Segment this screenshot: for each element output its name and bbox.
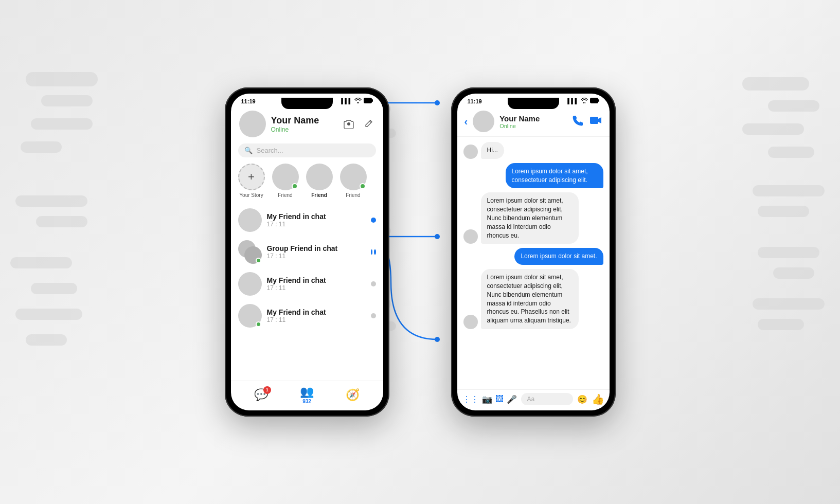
chat-time-1: 17 : 11 <box>267 221 366 228</box>
svg-rect-0 <box>364 98 371 103</box>
chat-time-3: 17 : 11 <box>267 284 366 292</box>
nav-people[interactable]: 👥 932 <box>300 385 314 404</box>
bubble-2: Lorem ipsum dolor sit amet, consectetuer… <box>506 163 603 189</box>
camera-icon-btn[interactable] <box>342 117 355 131</box>
nav-chat[interactable]: 💬 1 <box>254 388 268 402</box>
grid-icon[interactable]: ⋮⋮ <box>462 394 479 404</box>
friend2-avatar <box>306 164 333 190</box>
search-icon: 🔍 <box>244 147 253 154</box>
chat-item-2[interactable]: Group Friend in chat 17 : 11 <box>231 236 383 268</box>
wifi-icon <box>354 98 362 104</box>
bottom-nav: 💬 1 👥 932 🧭 <box>231 381 383 410</box>
friend1-label: Friend <box>278 192 292 198</box>
double-dot-2 <box>374 249 376 255</box>
story-item-friend1[interactable]: Friend <box>272 164 299 198</box>
msg-avatar-3 <box>463 229 478 244</box>
svg-rect-3 <box>598 99 599 102</box>
compose-icon-btn[interactable] <box>362 117 375 131</box>
emoji-icon[interactable]: 😊 <box>577 394 587 404</box>
svg-rect-2 <box>590 98 598 103</box>
chat-avatar-group-2 <box>238 240 262 264</box>
input-icons: ⋮⋮ 📷 🖼 🎤 <box>462 394 517 404</box>
chat-badge: 1 <box>263 386 271 394</box>
status-icons-left: ▌▌▌ <box>341 98 372 104</box>
story-item-add[interactable]: + Your Story <box>238 164 265 198</box>
right-phone-header: ‹ Your Name Online <box>457 106 610 137</box>
phones-container: 11:19 ▌▌▌ Your Name Online <box>225 87 616 417</box>
bubble-1: Hi... <box>481 142 504 159</box>
friend3-label: Friend <box>346 192 360 198</box>
friend3-avatar <box>340 164 367 190</box>
contact-name-right: Your Name <box>499 114 567 123</box>
group-online-dot <box>256 258 261 263</box>
chat-indicator-1 <box>371 218 376 223</box>
add-plus-icon: + <box>248 170 255 184</box>
signal-icon: ▌▌▌ <box>341 98 352 104</box>
your-story-label: Your Story <box>239 192 263 198</box>
chat-indicator-3 <box>371 281 376 286</box>
search-bar[interactable]: 🔍 Search... <box>238 143 376 157</box>
online-indicator-friend3 <box>360 183 366 189</box>
video-call-icon[interactable] <box>590 116 602 128</box>
phone-notch-right <box>508 98 559 109</box>
msg-row-1: Hi... <box>463 142 603 159</box>
chat-avatar-4 <box>238 304 262 328</box>
chat-indicator-4 <box>371 313 376 318</box>
call-icon[interactable] <box>573 115 584 129</box>
camera-input-icon[interactable]: 📷 <box>482 394 492 404</box>
right-phone-screen: 11:19 ▌▌▌ ‹ Your Name Online <box>457 94 610 410</box>
left-phone-screen: 11:19 ▌▌▌ Your Name Online <box>231 94 383 410</box>
msg-row-3: Lorem ipsum dolor sit amet, consectetuer… <box>463 192 603 244</box>
stories-row: + Your Story Friend Friend <box>231 161 383 204</box>
people-count: 932 <box>302 399 311 404</box>
mic-input-icon[interactable]: 🎤 <box>507 394 517 404</box>
user-name-left: Your Name <box>271 115 337 126</box>
message-placeholder: Aa <box>527 395 535 403</box>
back-button[interactable]: ‹ <box>464 116 468 128</box>
svg-rect-1 <box>372 99 373 102</box>
chat-online-4 <box>256 321 261 327</box>
discover-nav-icon: 🧭 <box>346 388 360 402</box>
bubble-3: Lorem ipsum dolor sit amet, consectetuer… <box>481 192 579 244</box>
chat-name-1: My Friend in chat <box>267 212 366 221</box>
msg-row-5: Lorem ipsum dolor sit amet, consectetuer… <box>463 269 603 329</box>
chat-time-2: 17 : 11 <box>267 253 366 260</box>
contact-avatar-right <box>473 111 494 132</box>
msg-row-2: Lorem ipsum dolor sit amet, consectetuer… <box>463 163 603 189</box>
msg-avatar-5 <box>463 315 478 329</box>
chat-info-3: My Friend in chat 17 : 11 <box>267 276 366 292</box>
chat-name-3: My Friend in chat <box>267 276 366 284</box>
right-phone: 11:19 ▌▌▌ ‹ Your Name Online <box>451 87 616 417</box>
messages-area: Hi... Lorem ipsum dolor sit amet, consec… <box>457 137 610 389</box>
left-phone: 11:19 ▌▌▌ Your Name Online <box>225 87 389 417</box>
search-placeholder: Search... <box>257 147 283 154</box>
chat-info-4: My Friend in chat 17 : 11 <box>267 308 366 323</box>
story-item-friend3[interactable]: Friend <box>340 164 367 198</box>
like-button[interactable]: 👍 <box>592 393 604 405</box>
contact-info-right: Your Name Online <box>499 114 567 129</box>
nav-discover[interactable]: 🧭 <box>346 388 360 402</box>
add-story-avatar: + <box>238 164 265 190</box>
chat-info-2: Group Friend in chat 17 : 11 <box>267 244 366 260</box>
message-input[interactable]: Aa <box>521 393 573 405</box>
chat-time-4: 17 : 11 <box>267 316 366 323</box>
image-input-icon[interactable]: 🖼 <box>495 394 504 404</box>
msg-avatar-1 <box>463 145 478 159</box>
chat-avatar-1 <box>238 208 262 232</box>
header-actions-right <box>573 115 602 129</box>
battery-icon <box>364 98 373 104</box>
bubble-5: Lorem ipsum dolor sit amet, consectetuer… <box>481 269 579 329</box>
status-time-right: 11:19 <box>468 98 482 104</box>
chat-item-4[interactable]: My Friend in chat 17 : 11 <box>231 300 383 332</box>
msg-row-4: Lorem ipsum dolor sit amet. <box>463 248 603 265</box>
signal-icon-right: ▌▌▌ <box>567 98 578 104</box>
group-avatar-2 <box>244 246 262 264</box>
chat-item-3[interactable]: My Friend in chat 17 : 11 <box>231 268 383 300</box>
chat-avatar-3 <box>238 272 262 296</box>
chat-list: My Friend in chat 17 : 11 Group Friend i <box>231 204 383 381</box>
story-item-friend2[interactable]: Friend <box>306 164 333 198</box>
people-nav-icon: 👥 <box>300 385 314 399</box>
phone-notch-left <box>281 98 333 109</box>
online-indicator-friend1 <box>292 183 298 189</box>
chat-item-1[interactable]: My Friend in chat 17 : 11 <box>231 204 383 236</box>
